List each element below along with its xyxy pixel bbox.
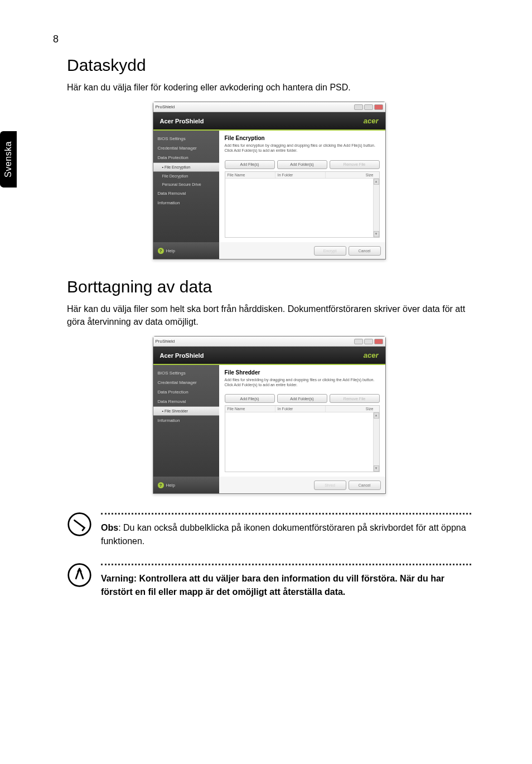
maximize-button[interactable] [364,339,373,344]
col-infolder[interactable]: In Folder [275,406,326,412]
remove-file-button[interactable]: Remove File [330,160,380,169]
scroll-down-icon[interactable]: ▼ [374,231,379,237]
scroll-down-icon[interactable]: ▼ [374,465,379,472]
note-text: : Du kan också dubbelklicka på ikonen do… [101,523,466,546]
sidebar-item[interactable]: Data Protection [153,153,219,162]
sidebar-item[interactable]: BIOS Settings [153,368,219,378]
panel-title: File Shredder [225,369,380,376]
col-filename[interactable]: File Name [225,406,275,412]
add-files-button[interactable]: Add File(s) [225,160,275,169]
warning-callout: Varning: Kontrollera att du väljer bara … [67,563,471,599]
sidebar-item[interactable]: Personal Secure Drive [153,180,219,189]
maximize-button[interactable] [364,104,373,110]
section1-intro: Här kan du välja filer för kodering elle… [67,81,471,94]
svg-point-1 [69,564,91,587]
warning-text: Varning: Kontrollera att du väljer bara … [101,572,471,599]
help-icon[interactable]: ? [158,248,164,254]
sidebar-w1: BIOS SettingsCredential ManagerData Prot… [153,131,219,242]
note-callout: Obs: Du kan också dubbelklicka på ikonen… [67,512,471,548]
add-folders-button[interactable]: Add Folder(s) [277,394,327,403]
add-folders-button[interactable]: Add Folder(s) [277,160,327,169]
shred-button[interactable]: Shred [314,480,346,490]
sidebar-item[interactable]: Information [153,198,219,208]
sidebar-item[interactable]: • File Encryption [153,162,219,172]
col-size[interactable]: Size [326,172,379,178]
sidebar-item[interactable]: File Decryption [153,172,219,180]
window-title: ProShield [156,339,175,344]
scroll-up-icon[interactable]: ▲ [374,179,379,185]
brand-logo: acer [364,117,379,125]
cancel-button[interactable]: Cancel [349,480,381,490]
minimize-button[interactable] [354,104,363,110]
cancel-button[interactable]: Cancel [349,246,381,256]
close-button[interactable] [374,104,383,110]
section2-intro: Här kan du välja filer som helt ska bort… [67,303,471,328]
window-header: Acer ProShield acer [153,112,385,131]
help-label[interactable]: Help [166,483,175,488]
encrypt-button[interactable]: Encrypt [314,246,346,256]
file-table: File Name In Folder Size ▲ ▼ [225,405,380,472]
sidebar-item[interactable]: • File Shredder [153,406,219,416]
proshield-window-encryption: ProShield Acer ProShield acer BIOS Setti… [153,102,386,260]
app-title: Acer ProShield [160,118,204,124]
sidebar-item[interactable]: Data Removal [153,397,219,406]
sidebar-item[interactable]: Data Protection [153,387,219,397]
scrollbar[interactable]: ▲ ▼ [373,412,379,472]
minimize-button[interactable] [354,339,363,344]
add-files-button[interactable]: Add File(s) [225,394,275,403]
panel-description: Add files for encryption by dragging and… [225,143,380,153]
sidebar-item[interactable]: Data Removal [153,189,219,198]
section2-heading: Borttagning av data [67,277,471,296]
proshield-window-shredder: ProShield Acer ProShield acer BIOS Setti… [153,336,386,494]
sidebar-item[interactable]: Information [153,416,219,425]
help-icon[interactable]: ? [158,482,164,488]
section1-heading: Dataskydd [67,56,471,75]
panel-title: File Encryption [225,135,380,141]
warning-icon [67,563,92,588]
col-infolder[interactable]: In Folder [275,172,326,178]
sidebar-w2: BIOS SettingsCredential ManagerData Prot… [153,365,219,477]
remove-file-button[interactable]: Remove File [330,394,380,403]
brand-logo: acer [364,351,379,359]
note-icon [67,512,92,537]
window-titlebar: ProShield [153,337,385,347]
scroll-up-icon[interactable]: ▲ [374,412,379,419]
window-header: Acer ProShield acer [153,347,385,365]
note-label: Obs [101,523,118,532]
page-number: 8 [53,33,59,45]
panel-description: Add files for shredding by dragging and … [225,377,380,387]
scrollbar[interactable]: ▲ ▼ [373,179,379,238]
close-button[interactable] [374,339,383,344]
sidebar-item[interactable]: BIOS Settings [153,134,219,143]
col-size[interactable]: Size [326,406,379,412]
sidebar-item[interactable]: Credential Manager [153,143,219,153]
sidebar-item[interactable]: Credential Manager [153,378,219,387]
help-label[interactable]: Help [166,248,175,253]
app-title: Acer ProShield [160,352,204,359]
language-tab: Svenska [0,131,17,188]
col-filename[interactable]: File Name [225,172,275,178]
window-title: ProShield [156,104,175,109]
window-titlebar: ProShield [153,102,385,112]
file-table: File Name In Folder Size ▲ ▼ [225,171,380,238]
